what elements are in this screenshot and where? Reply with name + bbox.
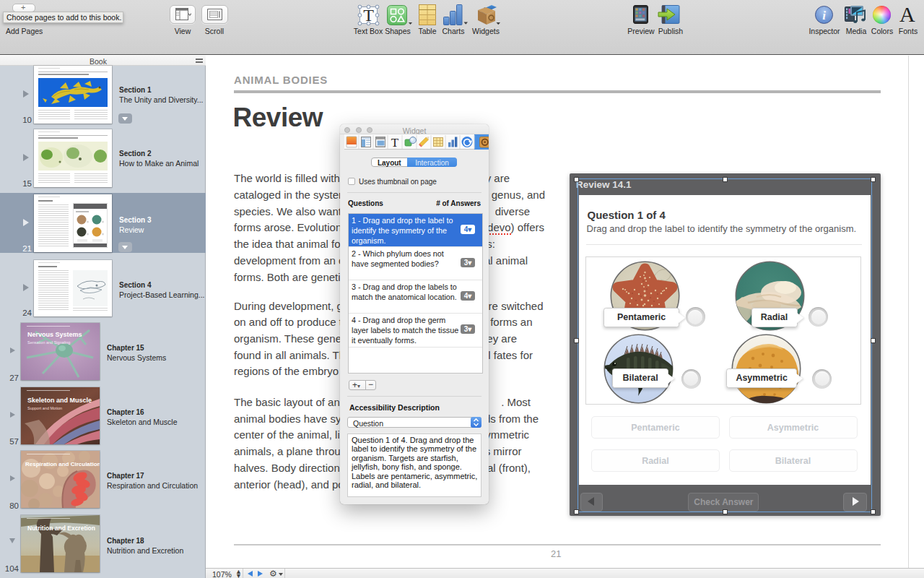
svg-text:Skeleton and Muscle: Skeleton and Muscle <box>27 397 92 404</box>
svg-text:Sensation and Signaling: Sensation and Signaling <box>27 340 70 345</box>
svg-text:Nervous Systems: Nervous Systems <box>27 331 82 338</box>
svg-text:Respiration and Circulation: Respiration and Circulation <box>25 461 100 467</box>
svg-text:Support and Motion: Support and Motion <box>27 406 62 410</box>
svg-text:Nutrition and Excretion: Nutrition and Excretion <box>27 525 95 532</box>
svg-text:i: i <box>822 9 826 22</box>
svg-text:T: T <box>391 136 399 150</box>
